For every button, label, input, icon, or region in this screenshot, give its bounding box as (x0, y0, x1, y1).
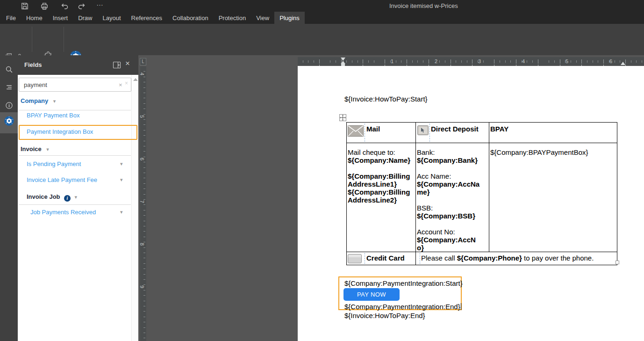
info-icon[interactable]: i (64, 195, 71, 202)
divider (19, 204, 131, 205)
tab-insert[interactable]: Insert (48, 12, 73, 24)
tab-home[interactable]: Home (21, 12, 48, 24)
undo-icon[interactable] (60, 2, 69, 10)
document-title: Invoice itemised w-Prices (389, 2, 458, 9)
right-indent-marker[interactable] (621, 62, 625, 65)
merge-field-company-accname[interactable]: ${Company:AccName} (417, 180, 482, 196)
field-item-invoice-late-payment-fee[interactable]: Invoice Late Payment Fee (27, 176, 97, 183)
dock-panel-icon[interactable] (113, 61, 121, 69)
close-icon[interactable]: × (125, 59, 130, 67)
merge-field-company-accno[interactable]: ${Company:AccNo} (417, 236, 482, 252)
tab-file[interactable]: File (1, 12, 21, 24)
text-cursor (461, 303, 462, 310)
mail-cell[interactable]: Mail cheque to: ${Company:Name} ${Compan… (347, 143, 416, 252)
field-item-job-payments-received[interactable]: Job Payments Received (30, 209, 96, 216)
cell-guide-line (365, 253, 365, 264)
toolbar-separator (64, 27, 64, 52)
direct-deposit-cell[interactable]: Bank: ${Company:Bank} Acc Name: ${Compan… (416, 143, 489, 252)
credit-card-text-cell[interactable]: Please call ${Company:Phone} to pay over… (416, 252, 617, 265)
tab-protection[interactable]: Protection (214, 12, 251, 24)
chevron-down-icon[interactable]: ▾ (120, 177, 123, 183)
field-group-company[interactable]: Company ▾ (21, 96, 56, 105)
panel-scrollbar[interactable] (131, 75, 138, 341)
ruler-number: 2 (435, 58, 437, 64)
tab-draw[interactable]: Draw (73, 12, 97, 24)
tab-view[interactable]: View (251, 12, 274, 24)
chevron-down-icon: ▾ (74, 194, 77, 200)
titlebar: … Invoice itemised w-Prices (0, 0, 644, 12)
payment-integration-end-text: ${Company:PaymentIntegration:End} (344, 303, 460, 311)
scroll-up-icon[interactable] (133, 78, 138, 81)
merge-field-howtopay-end[interactable]: ${Invoice:HowToPay:End} (344, 312, 425, 319)
field-group-invoice[interactable]: Invoice ▾ (21, 145, 49, 153)
divider (19, 155, 131, 156)
merge-field-company-bank[interactable]: ${Company:Bank} (417, 156, 482, 164)
monitor-cursor-icon (417, 125, 429, 135)
more-icon[interactable]: … (96, 0, 103, 7)
ruler-number: 9 (139, 285, 145, 288)
table-header-bpay[interactable]: BPAY (489, 123, 617, 143)
fields-search-input[interactable] (19, 78, 131, 92)
tab-stop-selector[interactable]: L (140, 58, 146, 65)
payment-options-table[interactable]: Mail Direct Deposit BPAY (346, 122, 617, 265)
account-no-label: Account No: (417, 228, 482, 236)
document-area: L 1 2 3 4 5 6 4 5 6 7 8 9 (138, 55, 644, 341)
ruler-number: 1 (391, 58, 394, 64)
about-icon[interactable] (5, 102, 13, 109)
merge-field-bpay-payment-box[interactable]: ${Company:BPAYPaymentBox} (490, 148, 616, 156)
divider (19, 110, 131, 110)
tab-layout[interactable]: Layout (98, 12, 126, 24)
tab-collaboration[interactable]: Collaboration (167, 12, 214, 24)
chevron-down-icon[interactable]: ▾ (120, 209, 123, 215)
left-sidebar (0, 55, 18, 341)
fields-panel: Fields × × × Company ▾ BPAY Payment Box … (18, 55, 138, 341)
acc-name-label: Acc Name: (417, 172, 482, 180)
save-icon[interactable] (21, 2, 29, 10)
merge-field-howtopay-start[interactable]: ${Invoice:HowToPay:Start} (344, 95, 428, 103)
ruler-number: 6 (609, 58, 612, 64)
search-clear-icon[interactable]: × (119, 82, 122, 88)
merge-field-payment-integration-end[interactable]: ${Company:PaymentIntegration:End} (344, 303, 461, 311)
search-clear-secondary-icon[interactable]: × (125, 80, 128, 86)
pay-now-button[interactable]: PAY NOW (343, 288, 400, 301)
credit-card-cell[interactable]: Credit Card (347, 252, 416, 265)
merge-field-billing-address-1[interactable]: ${Company:BillingAddressLine1} (348, 172, 414, 188)
app-window: … Invoice itemised w-Prices File Home In… (0, 0, 644, 341)
redo-icon[interactable] (78, 2, 86, 10)
ruler-number: 3 (478, 58, 481, 64)
ruler-number: 7 (139, 200, 145, 203)
first-line-indent-marker[interactable] (341, 58, 345, 61)
merge-field-company-name[interactable]: ${Company:Name} (348, 156, 414, 164)
table-resize-handle[interactable] (615, 261, 619, 264)
table-header-direct-deposit[interactable]: Direct Deposit (416, 123, 489, 143)
field-item-payment-integration-box[interactable]: Payment Integration Box (27, 128, 93, 135)
field-group-invoice-job[interactable]: Invoice Job i ▾ (27, 192, 77, 202)
navigation-icon[interactable] (5, 83, 13, 91)
ruler-number: 8 (139, 243, 145, 246)
chevron-down-icon[interactable]: ▾ (120, 161, 123, 167)
bpay-cell[interactable]: ${Company:BPAYPaymentBox} (489, 143, 617, 252)
field-item-bpay-payment-box[interactable]: BPAY Payment Box (27, 112, 79, 119)
plugins-toolbar: Plugin Manager Fields (0, 24, 644, 55)
chevron-down-icon: ▾ (53, 98, 56, 104)
credit-card-text-pre: Please call (421, 254, 457, 262)
tab-references[interactable]: References (126, 12, 167, 24)
document-page[interactable]: ${Invoice:HowToPay:Start} Mail (298, 66, 644, 341)
print-icon[interactable] (40, 2, 49, 10)
field-item-is-pending-payment[interactable]: Is Pending Payment (27, 160, 81, 167)
tab-plugins[interactable]: Plugins (274, 12, 305, 24)
merge-field-company-bsb[interactable]: ${Company:BSB} (417, 212, 482, 220)
horizontal-ruler[interactable]: 1 2 3 4 5 6 (298, 57, 644, 65)
merge-field-billing-address-2[interactable]: ${Company:BillingAddressLine2} (348, 188, 414, 204)
fields-plugin-sidebar-icon[interactable] (4, 116, 14, 126)
toolbar-separator (32, 27, 32, 52)
field-group-invoice-label: Invoice (21, 145, 42, 152)
merge-field-company-phone[interactable]: ${Company:Phone} (457, 254, 522, 262)
search-icon[interactable] (5, 65, 13, 73)
vertical-ruler[interactable]: 4 5 6 7 8 9 (140, 66, 146, 341)
table-header-mail[interactable]: Mail (347, 123, 416, 143)
field-group-company-label: Company (21, 97, 48, 104)
merge-field-payment-integration-start[interactable]: ${Company:PaymentIntegration:Start} (344, 279, 463, 287)
hanging-indent-marker[interactable] (341, 61, 345, 64)
table-move-handle[interactable] (339, 114, 346, 121)
